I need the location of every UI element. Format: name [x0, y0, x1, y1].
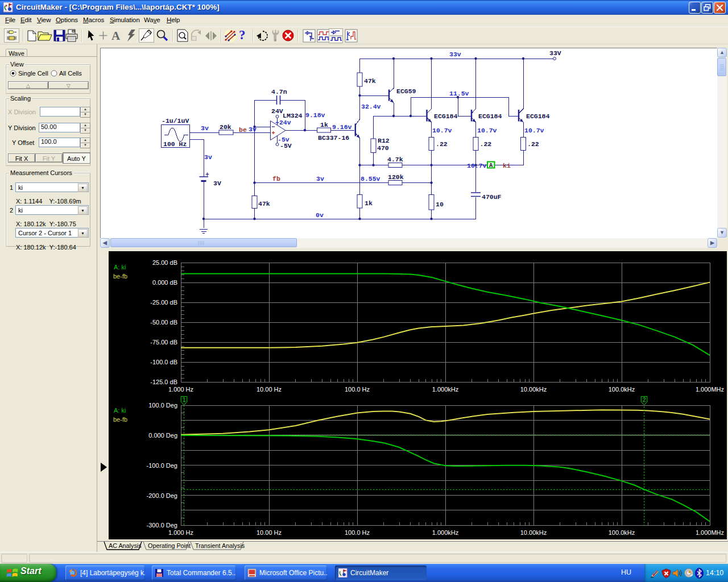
svg-text:1.000kHz: 1.000kHz: [432, 529, 458, 536]
svg-text:-75.00 dB: -75.00 dB: [150, 339, 177, 346]
svg-text:9.18v: 9.18v: [305, 111, 325, 119]
svg-text:10.7v: 10.7v: [524, 127, 544, 134]
svg-text:24V: 24V: [271, 107, 283, 115]
svg-text:3V: 3V: [213, 180, 221, 187]
svg-text:10.7v: 10.7v: [467, 162, 487, 169]
svg-text:100.0 Hz: 100.0 Hz: [345, 386, 370, 393]
svg-text:-1u/1uV: -1u/1uV: [162, 117, 189, 124]
svg-text:1: 1: [183, 397, 186, 403]
svg-text:100.0kHz: 100.0kHz: [609, 386, 635, 393]
svg-text:100 Hz: 100 Hz: [163, 140, 187, 148]
svg-text:100.0 Deg: 100.0 Deg: [148, 402, 177, 409]
svg-text:33V: 33V: [549, 49, 561, 57]
svg-text:0v: 0v: [316, 211, 324, 219]
svg-text:ECG184: ECG184: [526, 113, 550, 120]
svg-text:-5v: -5v: [278, 136, 289, 143]
svg-text:-300.0 Deg: -300.0 Deg: [147, 522, 177, 529]
svg-text:100.0kHz: 100.0kHz: [609, 529, 635, 536]
svg-text:10: 10: [436, 201, 444, 208]
svg-text:0.000 dB: 0.000 dB: [152, 279, 177, 286]
svg-text:3v: 3v: [316, 175, 324, 182]
svg-text:A: A: [489, 162, 493, 169]
svg-text:Operating Point: Operating Point: [148, 542, 191, 549]
svg-text:25.00 dB: 25.00 dB: [152, 259, 177, 266]
svg-text:be-fb: be-fb: [113, 273, 127, 280]
svg-text:BC337-16: BC337-16: [318, 134, 349, 142]
svg-text:AC Analysis: AC Analysis: [109, 542, 142, 549]
svg-text:10.00kHz: 10.00kHz: [520, 386, 547, 393]
svg-text:10.7v: 10.7v: [432, 127, 452, 134]
svg-text:A: ki: A: ki: [114, 264, 126, 271]
svg-text:1k: 1k: [365, 199, 373, 207]
svg-text:10.00 Hz: 10.00 Hz: [257, 529, 282, 536]
svg-text:9.16v: 9.16v: [332, 123, 352, 131]
svg-text:fb: fb: [272, 175, 280, 182]
svg-text:1.000MHz: 1.000MHz: [696, 386, 724, 393]
svg-text:ECG184: ECG184: [478, 113, 502, 120]
svg-text:10.00kHz: 10.00kHz: [520, 529, 547, 536]
svg-text:32.4v: 32.4v: [361, 103, 381, 110]
svg-text:4.7n: 4.7n: [271, 88, 287, 95]
svg-text:.22: .22: [527, 140, 539, 148]
svg-text:be-fb: be-fb: [113, 416, 127, 423]
svg-text:470uF: 470uF: [482, 193, 502, 201]
svg-text:ECG59: ECG59: [396, 88, 416, 95]
svg-text:-100.0 dB: -100.0 dB: [150, 359, 177, 365]
svg-text:-125.0 dB: -125.0 dB: [150, 379, 177, 385]
svg-text:470: 470: [377, 144, 389, 152]
svg-text:33v: 33v: [449, 51, 461, 58]
svg-text:8.55v: 8.55v: [361, 175, 380, 182]
svg-text:1k: 1k: [320, 121, 328, 128]
svg-text:0.000 Deg: 0.000 Deg: [148, 432, 177, 439]
svg-text:1.000MHz: 1.000MHz: [696, 529, 724, 536]
svg-text:4.7k: 4.7k: [387, 156, 403, 163]
svg-text:3v: 3v: [201, 124, 209, 132]
svg-text:A: ki: A: ki: [114, 407, 126, 414]
svg-text:3v: 3v: [249, 126, 257, 133]
svg-text:47k: 47k: [258, 200, 270, 207]
svg-text:+24v: +24v: [275, 119, 291, 126]
svg-text:Transient Analysis: Transient Analysis: [195, 542, 245, 549]
svg-text:100.0 Hz: 100.0 Hz: [345, 529, 370, 536]
svg-text:1.000 Hz: 1.000 Hz: [168, 529, 193, 536]
svg-text:be: be: [239, 126, 247, 134]
svg-text:10.7v: 10.7v: [477, 127, 497, 134]
svg-text:47k: 47k: [364, 77, 376, 85]
svg-text:-25.00 dB: -25.00 dB: [150, 299, 177, 306]
svg-text:11.5v: 11.5v: [449, 90, 469, 97]
svg-text:1.000kHz: 1.000kHz: [432, 386, 458, 393]
svg-text:-200.0 Deg: -200.0 Deg: [147, 492, 177, 499]
svg-text:10.00 Hz: 10.00 Hz: [257, 386, 282, 393]
svg-text:2: 2: [643, 397, 646, 403]
svg-text:ki: ki: [503, 162, 511, 169]
svg-text:20k: 20k: [220, 123, 231, 131]
svg-text:ECG184: ECG184: [434, 113, 458, 120]
svg-text:-50.00 dB: -50.00 dB: [150, 319, 177, 326]
svg-text:-100.0 Deg: -100.0 Deg: [147, 462, 177, 469]
svg-text:R12: R12: [378, 137, 390, 144]
svg-text:120k: 120k: [388, 173, 404, 181]
svg-text:3v: 3v: [204, 153, 212, 161]
svg-text:.22: .22: [436, 140, 448, 148]
svg-text:.22: .22: [480, 140, 492, 148]
svg-text:1.000 Hz: 1.000 Hz: [168, 386, 193, 393]
